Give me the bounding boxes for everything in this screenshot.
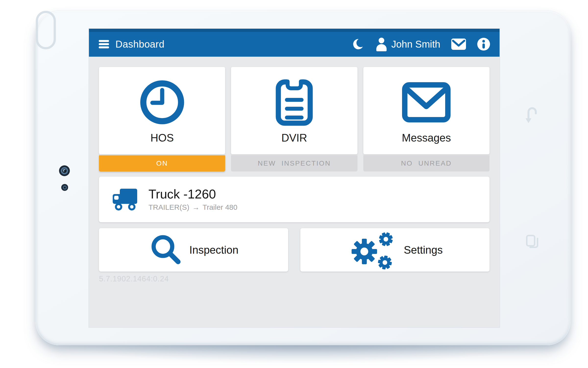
night-mode-button[interactable]	[353, 38, 365, 50]
card-messages-status: NO UNREAD	[363, 155, 490, 171]
gears-icon	[347, 229, 397, 271]
actions-row: Inspection	[99, 228, 490, 272]
card-dvir-status: NEW INSPECTION	[231, 155, 357, 171]
bezel-recents-icon	[526, 235, 539, 249]
search-icon	[149, 233, 183, 267]
card-hos-label: HOS	[150, 132, 174, 144]
truck-icon	[112, 188, 139, 211]
vehicle-name: Truck -1260	[148, 187, 237, 201]
vehicle-trailers: TRAILER(S) → Trailer 480	[148, 203, 237, 211]
vehicle-info: Truck -1260 TRAILER(S) → Trailer 480	[148, 187, 237, 212]
card-messages[interactable]: Messages NO UNREAD	[363, 67, 490, 171]
hamburger-icon	[99, 40, 109, 42]
user-icon	[375, 37, 388, 51]
inspection-button[interactable]: Inspection	[99, 228, 288, 272]
page-title: Dashboard	[115, 39, 164, 50]
mail-icon	[451, 38, 466, 50]
info-icon	[477, 38, 490, 51]
clipboard-icon	[276, 79, 313, 126]
clock-icon	[140, 80, 184, 124]
settings-label: Settings	[404, 244, 443, 256]
arrow-right-icon: →	[192, 203, 200, 211]
settings-button[interactable]: Settings	[300, 228, 490, 272]
card-hos-status: ON	[99, 155, 225, 171]
inspection-label: Inspection	[189, 244, 239, 256]
front-camera	[59, 165, 70, 176]
dashboard-cards: HOS ON DVIR	[99, 67, 490, 171]
info-button[interactable]	[477, 38, 490, 51]
header-actions: John Smith	[353, 37, 490, 51]
card-dvir-label: DVIR	[281, 132, 307, 144]
trailers-label: TRAILER(S)	[148, 203, 189, 211]
menu-button[interactable]	[99, 40, 109, 49]
light-sensor	[61, 184, 68, 191]
card-dvir[interactable]: DVIR NEW INSPECTION	[231, 67, 357, 171]
trailers-value: Trailer 480	[203, 203, 237, 211]
tablet-frame: Dashboard John Smith	[36, 11, 571, 345]
moon-icon	[353, 38, 365, 50]
user-name: John Smith	[391, 39, 440, 50]
vehicle-card[interactable]: Truck -1260 TRAILER(S) → Trailer 480	[99, 177, 490, 222]
card-hos[interactable]: HOS ON	[99, 67, 225, 171]
app-screen: Dashboard John Smith	[89, 29, 500, 327]
status-bar	[89, 29, 500, 32]
app-version: 5.7.1902.1464:0.24	[99, 275, 169, 283]
bezel-back-icon	[524, 104, 540, 125]
app-header: Dashboard John Smith	[89, 29, 500, 57]
bezel-home-button	[36, 11, 56, 49]
card-messages-label: Messages	[402, 132, 451, 144]
mail-button[interactable]	[451, 38, 466, 50]
user-button[interactable]: John Smith	[375, 37, 440, 51]
envelope-icon	[402, 82, 451, 123]
